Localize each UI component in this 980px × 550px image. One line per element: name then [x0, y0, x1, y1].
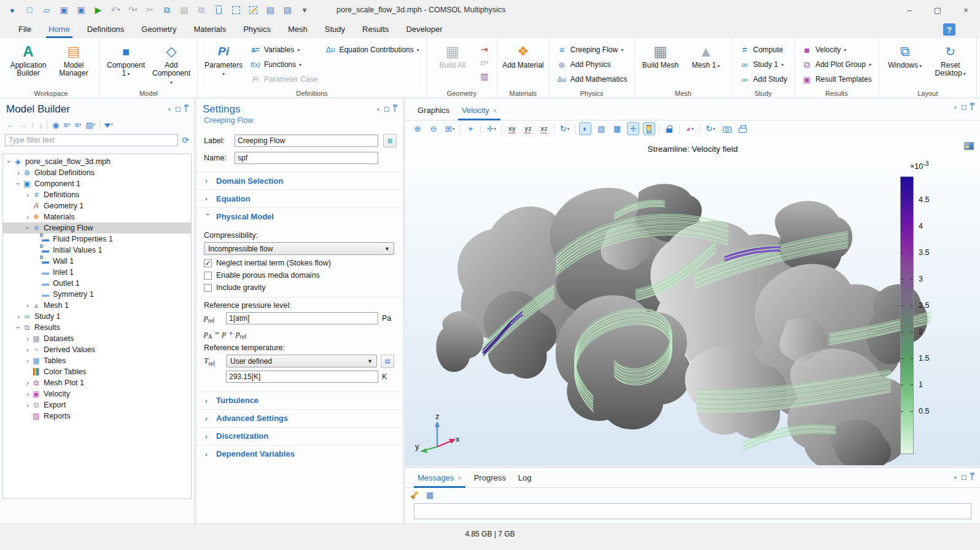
forward-icon[interactable]: →	[18, 120, 26, 130]
color-theme-icon[interactable]: ◕▾	[683, 122, 696, 135]
float-panel-icon[interactable]	[176, 107, 181, 112]
menu-tab-materials[interactable]: Materials	[185, 22, 235, 38]
collapse-all-icon[interactable]: ≡▾	[74, 120, 81, 130]
view-xy-icon[interactable]: xy	[506, 122, 518, 135]
scene-light-icon[interactable]: ◐	[579, 122, 591, 135]
tree-item-mesh-1[interactable]: ›▲Mesh 1	[3, 300, 191, 311]
save-icon[interactable]: ▣	[56, 2, 71, 17]
component-1-button[interactable]: ■Component 1 ▾	[105, 40, 147, 89]
result-templates-button[interactable]: ▣Result Templates	[799, 72, 874, 87]
tree-item-symmetry-1[interactable]: ▬Symmetry 1	[3, 289, 191, 300]
tree-item-study-1[interactable]: ›∞Study 1	[3, 311, 191, 322]
undo-icon[interactable]: ↶▾	[108, 2, 123, 17]
menu-tab-mesh[interactable]: Mesh	[279, 22, 316, 38]
menu-tab-study[interactable]: Study	[316, 22, 354, 38]
tab-graphics[interactable]: Graphics	[411, 102, 456, 120]
expand-arrow-icon[interactable]: ›	[24, 302, 31, 309]
rotate-icon[interactable]: ↻▾	[558, 122, 571, 135]
view-yz-icon[interactable]: yz	[522, 122, 534, 135]
expand-arrow-icon[interactable]: ›	[24, 335, 31, 342]
checkbox-checked[interactable]: ✓	[204, 259, 212, 267]
tree-filter-input[interactable]	[5, 134, 178, 146]
zoom-in-icon[interactable]: ⊕	[411, 122, 424, 135]
menu-tab-geometry[interactable]: Geometry	[133, 22, 185, 38]
qat-overflow-icon[interactable]: ▾	[297, 2, 312, 17]
menu-tab-results[interactable]: Results	[354, 22, 397, 38]
section-turbulence[interactable]: ›Turbulence	[196, 391, 403, 409]
tree-item-reports[interactable]: ▨Reports	[3, 411, 191, 422]
expand-arrow-icon[interactable]: ›	[24, 224, 31, 232]
section-equation[interactable]: ›Equation	[196, 189, 403, 207]
menu-tab-physics[interactable]: Physics	[235, 22, 279, 38]
lock-axes-icon[interactable]	[663, 122, 675, 135]
pin-icon[interactable]	[394, 107, 395, 112]
table-message-icon[interactable]: ▦	[426, 490, 434, 500]
expand-arrow-icon[interactable]: ›	[24, 390, 31, 398]
maximize-button[interactable]: ▢	[924, 0, 952, 20]
filter-funnel-icon[interactable]: ▾	[104, 122, 113, 128]
variables-button[interactable]: a=Variables▾	[248, 42, 319, 57]
show-icon[interactable]: ◉	[52, 120, 59, 130]
add-study-button[interactable]: ∞Add Study	[737, 72, 789, 87]
delete-icon[interactable]	[211, 2, 226, 17]
expand-arrow-icon[interactable]: ›	[24, 401, 31, 409]
cut-icon[interactable]: ✂	[142, 2, 157, 17]
pin-icon[interactable]	[185, 107, 187, 112]
new-file-icon[interactable]: □	[22, 2, 37, 17]
section-physical-model[interactable]: ›Physical Model	[196, 207, 403, 225]
ref-temperature-select[interactable]: User defined▼	[226, 355, 377, 367]
name-input[interactable]	[235, 152, 378, 164]
equation-contributions-button[interactable]: ΔuEquation Contributions▾	[323, 42, 421, 57]
add-mathematics-button[interactable]: ΔuAdd Mathematics	[554, 72, 629, 87]
redo-icon[interactable]: ↷▾	[125, 2, 140, 17]
snapshot-icon[interactable]	[721, 122, 733, 135]
paste-icon[interactable]: ▤	[177, 2, 192, 17]
tree-item-inlet-1[interactable]: ▬Inlet 1	[3, 267, 191, 278]
expand-arrow-icon[interactable]: ›	[24, 357, 31, 364]
grid-icon[interactable]: ▦	[611, 122, 623, 135]
parameters-button[interactable]: PiParameters ▾	[203, 40, 244, 89]
model-manager-button[interactable]: ▤Model Manager	[53, 40, 95, 89]
scene-update-icon[interactable]: ↻▾	[704, 122, 717, 135]
minimize-button[interactable]: –	[895, 0, 924, 20]
menu-tab-file[interactable]: File	[10, 22, 40, 38]
pin-icon[interactable]	[971, 475, 973, 480]
color-legend-icon[interactable]	[643, 122, 655, 135]
edit-expression-button[interactable]: ▤	[381, 355, 394, 368]
compute-button[interactable]: =Compute	[737, 42, 789, 57]
rename-button[interactable]: ≣	[383, 134, 397, 147]
tree-item-geometry-1[interactable]: AGeometry 1	[3, 200, 191, 211]
refresh-icon[interactable]: ⟳	[182, 135, 189, 145]
add-physics-button[interactable]: ⊛Add Physics	[554, 57, 629, 72]
close-button[interactable]: ×	[952, 0, 980, 20]
delete-sequence-icon[interactable]: ▥	[477, 69, 492, 83]
orientation-axes-icon[interactable]: ✛	[627, 122, 639, 135]
compressibility-select[interactable]: Incompressible flow▼	[204, 242, 394, 255]
tree-item-wall-1[interactable]: ▬DWall 1	[3, 256, 191, 267]
float-panel-icon[interactable]	[962, 475, 966, 480]
tree-item-export[interactable]: ›⧉Export	[3, 399, 191, 411]
import-icon[interactable]: ⇥	[477, 42, 492, 56]
zoom-box-icon[interactable]: ⊞▾	[443, 122, 456, 135]
tree-item-global-definitions[interactable]: ›⊕Global Definitions	[3, 167, 191, 178]
close-tab-icon[interactable]: ×	[493, 107, 497, 114]
view-xz-icon[interactable]: xz	[538, 122, 550, 135]
move-down-icon[interactable]: ↓	[39, 120, 44, 130]
tree-item-velocity[interactable]: ›▣Velocity	[3, 388, 191, 399]
copy-icon[interactable]: ⧉	[160, 2, 174, 17]
tab-velocity[interactable]: Velocity×	[456, 102, 503, 120]
tab-progress[interactable]: Progress	[468, 469, 512, 487]
go-to-view-icon[interactable]: ✛▾	[484, 122, 497, 135]
tree-item-outlet-1[interactable]: ▬Outlet 1	[3, 278, 191, 289]
expand-arrow-icon[interactable]: ›	[24, 191, 31, 198]
tree-item-definitions[interactable]: ›≡Definitions	[3, 189, 191, 200]
messages-console[interactable]	[414, 503, 971, 519]
tree-item-datasets[interactable]: ›▦Datasets	[3, 333, 191, 344]
transparency-icon[interactable]: ▧	[595, 122, 607, 135]
tree-item-fluid-properties-1[interactable]: ▬DFluid Properties 1	[3, 234, 191, 245]
pin-icon[interactable]	[971, 105, 973, 110]
menu-tab-developer[interactable]: Developer	[397, 22, 451, 38]
section-dependent-variables[interactable]: ›Dependent Variables	[196, 445, 403, 463]
expand-arrow-icon[interactable]: ›	[24, 379, 31, 387]
expand-all-icon[interactable]: ≡▾	[63, 120, 70, 130]
